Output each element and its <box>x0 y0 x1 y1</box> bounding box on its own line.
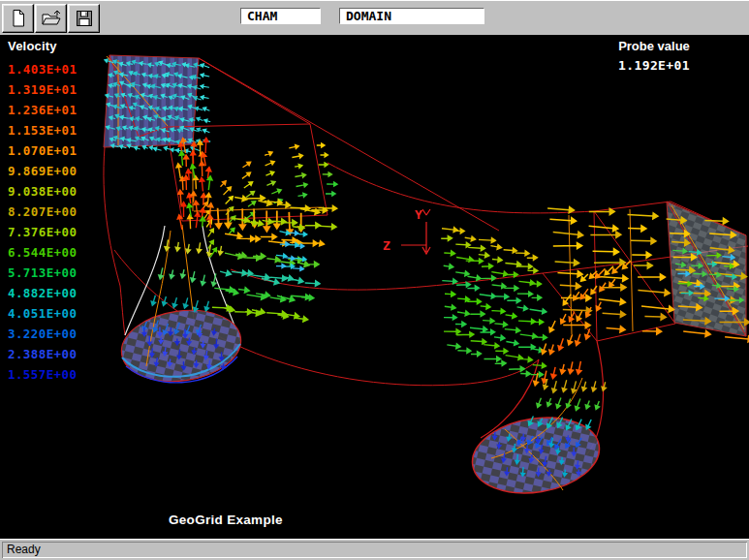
probe-value: 1.192E+01 <box>586 58 722 73</box>
velocity-legend: 1.403E+01 1.319E+01 1.236E+01 1.153E+01 … <box>8 59 77 385</box>
status-bar: Ready <box>0 539 749 560</box>
probe-label: Probe value <box>586 39 722 53</box>
legend-value: 9.869E+00 <box>8 161 77 181</box>
new-document-icon <box>9 9 28 28</box>
axis-label-y: Y <box>415 207 422 222</box>
legend-value: 4.051E+00 <box>8 303 77 324</box>
legend-value: 1.557E+00 <box>8 364 77 385</box>
center-slab-vectors <box>441 228 546 377</box>
mid-cyan-vectors <box>276 231 307 270</box>
legend-value: 4.882E+00 <box>8 283 77 303</box>
save-file-button[interactable] <box>68 4 100 33</box>
axis-label-z: Z <box>383 238 390 253</box>
domain-field[interactable] <box>339 8 484 24</box>
legend-value: 1.236E+01 <box>8 100 77 120</box>
toolbar <box>0 0 749 35</box>
legend-value: 3.220E+00 <box>8 324 77 344</box>
open-file-button[interactable] <box>35 4 67 33</box>
legend-value: 8.207E+00 <box>8 202 77 222</box>
legend-title: Velocity <box>8 39 57 53</box>
legend-value: 6.544E+00 <box>8 242 77 263</box>
legend-value: 7.376E+00 <box>8 222 77 242</box>
legend-value: 5.713E+00 <box>8 263 77 283</box>
vector-plot-canvas[interactable]: YZ <box>0 35 749 539</box>
viewport: YZ Velocity 1.403E+01 1.319E+01 1.236E+0… <box>0 35 749 539</box>
legend-value: 2.388E+00 <box>8 344 77 364</box>
open-folder-icon <box>41 9 62 28</box>
plot-caption: GeoGrid Example <box>169 513 283 527</box>
right-outlet-disk <box>467 409 605 502</box>
swirl-core-vectors <box>176 138 213 229</box>
legend-value: 1.070E+01 <box>8 140 77 161</box>
status-text: Ready <box>2 542 747 558</box>
legend-value: 1.153E+01 <box>8 120 77 140</box>
save-floppy-icon <box>75 9 94 28</box>
new-file-button[interactable] <box>2 4 34 33</box>
legend-value: 1.403E+01 <box>8 59 77 79</box>
mid-shelf-vectors <box>212 196 337 322</box>
cham-field[interactable] <box>240 8 321 24</box>
legend-value: 1.319E+01 <box>8 79 77 100</box>
app-window: YZ Velocity 1.403E+01 1.319E+01 1.236E+0… <box>0 0 749 560</box>
probe-readout: Probe value 1.192E+01 <box>586 39 722 73</box>
legend-value: 9.038E+00 <box>8 181 77 202</box>
